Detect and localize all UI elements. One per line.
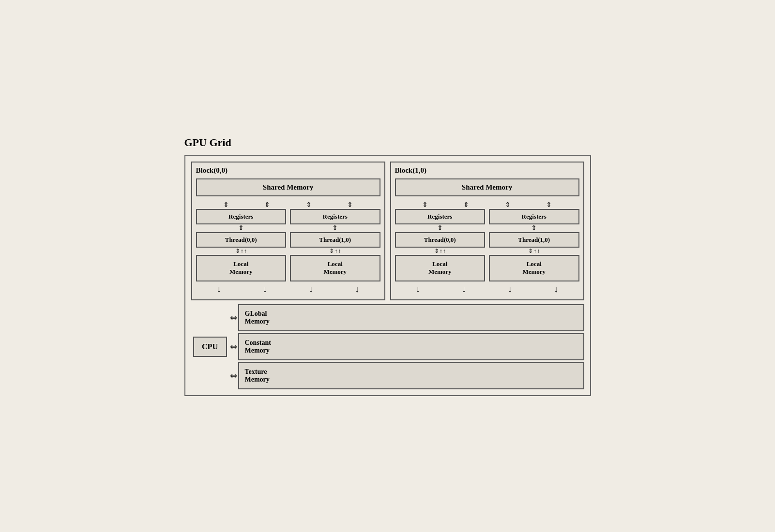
diagram-title: GPU Grid xyxy=(184,136,591,149)
cpu-arrows-col: ⇔ ⇔ ⇔ xyxy=(229,304,238,389)
va4: ⇕ xyxy=(329,248,334,255)
block-1-0-thread-1-col: Registers ⇕ Thread(1,0) ⇕ ↑ ↑ Local Memo… xyxy=(489,209,579,281)
block-1-0-thread-0-registers: Registers xyxy=(395,209,486,224)
bba1: ↓ xyxy=(217,284,221,295)
cpu-column: CPU xyxy=(191,304,229,389)
bba5: ↓ xyxy=(416,284,420,295)
va5: ↑ xyxy=(334,248,337,255)
block-0-0-thread-1-local-memory: Local Memory xyxy=(290,255,380,281)
cpu-global-arrow: ⇔ xyxy=(230,312,237,323)
bba8: ↓ xyxy=(554,284,558,295)
constant-memory-label: Constant Memory xyxy=(245,339,271,354)
cpu-box: CPU xyxy=(193,337,227,357)
block-1-0-thread-1-registers: Registers xyxy=(489,209,579,224)
block-1-0-thread-0-col: Registers ⇕ Thread(0,0) ⇕ ↑ ↑ Local Memo… xyxy=(395,209,486,281)
cpu-texture-arrow: ⇔ xyxy=(230,370,237,381)
block-0-0-thread-1-box: Thread(1,0) xyxy=(290,232,380,248)
block-0-0-thread-1-registers: Registers xyxy=(290,209,380,224)
block-0-0-bottom-arrows: ↓ ↓ ↓ ↓ xyxy=(196,283,380,296)
arrow-8: ⇕ xyxy=(546,202,552,208)
va11: ↑ xyxy=(533,248,536,255)
reg-thread-arrow-3: ⇕ xyxy=(437,225,443,232)
block-1-0-bottom-arrows: ↓ ↓ ↓ ↓ xyxy=(395,283,579,296)
diagram-wrapper: GPU Grid Block(0,0) Shared Memory ⇕ ⇕ ⇕ … xyxy=(170,127,606,406)
va7: ⇕ xyxy=(434,248,439,255)
block-0-0-threads-row: Registers ⇕ Thread(0,0) ⇕ ↑ ↑ Local Memo… xyxy=(196,209,380,281)
outer-border: Block(0,0) Shared Memory ⇕ ⇕ ⇕ ⇕ Registe… xyxy=(184,155,591,396)
gpu-grid-inner: Block(0,0) Shared Memory ⇕ ⇕ ⇕ ⇕ Registe… xyxy=(191,162,584,300)
block-1-0-label: Block(1,0) xyxy=(395,166,579,175)
block-0-0-shared-memory: Shared Memory xyxy=(196,178,380,196)
texture-memory-label: Texture Memory xyxy=(245,368,270,383)
arrow-3: ⇕ xyxy=(306,202,312,208)
block-1-0-shared-memory: Shared Memory xyxy=(395,178,579,196)
block-0-0-thread-0-local-memory: Local Memory xyxy=(196,255,287,281)
bba3: ↓ xyxy=(309,284,313,295)
thread-local-arrows-1: ⇕ ↑ ↑ xyxy=(235,248,247,255)
va6: ↑ xyxy=(338,248,341,255)
va3: ↑ xyxy=(244,248,247,255)
cpu-constant-arrow: ⇔ xyxy=(230,341,237,352)
reg-thread-arrow-1: ⇕ xyxy=(238,225,244,232)
block-0-0-thread-0-box: Thread(0,0) xyxy=(196,232,287,248)
block-0-0: Block(0,0) Shared Memory ⇕ ⇕ ⇕ ⇕ Registe… xyxy=(191,162,385,300)
va1: ⇕ xyxy=(235,248,240,255)
reg-thread-arrow-2: ⇕ xyxy=(332,225,338,232)
block-0-0-shared-arrows: ⇕ ⇕ ⇕ ⇕ xyxy=(196,201,380,209)
bottom-section: CPU ⇔ ⇔ ⇔ GLobal Memory Constant Memory … xyxy=(191,304,584,389)
block-1-0-thread-0-box: Thread(0,0) xyxy=(395,232,486,248)
arrow-4: ⇕ xyxy=(347,202,353,208)
arrow-6: ⇕ xyxy=(463,202,469,208)
arrow-5: ⇕ xyxy=(422,202,428,208)
va10: ⇕ xyxy=(528,248,533,255)
global-memory-row: GLobal Memory xyxy=(238,304,584,331)
block-0-0-thread-0-registers: Registers xyxy=(196,209,287,224)
va2: ↑ xyxy=(241,248,243,255)
block-1-0-thread-1-local-memory: Local Memory xyxy=(489,255,579,281)
arrow-7: ⇕ xyxy=(505,202,511,208)
bba7: ↓ xyxy=(508,284,512,295)
block-1-0-thread-1-box: Thread(1,0) xyxy=(489,232,579,248)
va12: ↑ xyxy=(537,248,540,255)
memory-rows: GLobal Memory Constant Memory Texture Me… xyxy=(238,304,584,389)
block-1-0-shared-arrows: ⇕ ⇕ ⇕ ⇕ xyxy=(395,201,579,209)
bba2: ↓ xyxy=(263,284,267,295)
arrow-2: ⇕ xyxy=(264,202,270,208)
constant-memory-row: Constant Memory xyxy=(238,333,584,360)
block-0-0-label: Block(0,0) xyxy=(196,166,380,175)
bba4: ↓ xyxy=(355,284,359,295)
va8: ↑ xyxy=(440,248,442,255)
thread-local-arrows-3: ⇕ ↑ ↑ xyxy=(434,248,446,255)
thread-local-arrows-4: ⇕ ↑ ↑ xyxy=(528,248,540,255)
reg-thread-arrow-4: ⇕ xyxy=(531,225,537,232)
bba6: ↓ xyxy=(462,284,466,295)
va9: ↑ xyxy=(443,248,446,255)
thread-local-arrows-2: ⇕ ↑ ↑ xyxy=(329,248,341,255)
block-0-0-thread-0-col: Registers ⇕ Thread(0,0) ⇕ ↑ ↑ Local Memo… xyxy=(196,209,287,281)
arrow-1: ⇕ xyxy=(223,202,229,208)
block-1-0: Block(1,0) Shared Memory ⇕ ⇕ ⇕ ⇕ Registe… xyxy=(390,162,584,300)
texture-memory-row: Texture Memory xyxy=(238,362,584,389)
block-1-0-thread-0-local-memory: Local Memory xyxy=(395,255,486,281)
global-memory-label: GLobal Memory xyxy=(245,310,270,325)
block-0-0-thread-1-col: Registers ⇕ Thread(1,0) ⇕ ↑ ↑ Local Memo… xyxy=(290,209,380,281)
block-1-0-threads-row: Registers ⇕ Thread(0,0) ⇕ ↑ ↑ Local Memo… xyxy=(395,209,579,281)
